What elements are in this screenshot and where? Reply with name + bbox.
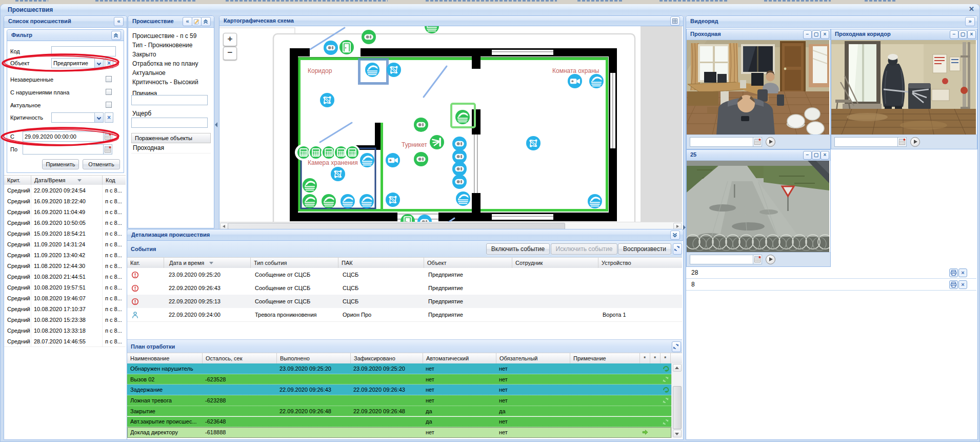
plan-action-icon[interactable]	[662, 408, 669, 415]
plan-vscroll-thumb[interactable]	[673, 386, 682, 429]
video2-calendar-icon[interactable]	[898, 137, 907, 147]
affected-object-row[interactable]: Проходная	[131, 143, 211, 153]
violations-checkbox[interactable]	[106, 89, 112, 95]
map-device-icon[interactable]	[359, 194, 374, 208]
code-input[interactable]	[51, 46, 116, 56]
incident-row[interactable]: Средний 10.08.2020 19:46:07 п с 8...	[4, 293, 126, 304]
event-row[interactable]: 22.09.2020 09:24:00 Тревога проникновени…	[127, 308, 682, 322]
video1-time-input[interactable]	[690, 137, 753, 147]
incident-row[interactable]: Средний 16.09.2020 10:50:05 п с 8...	[4, 217, 126, 228]
incidents-table-header[interactable]: Крит. Дата/Время Код	[4, 175, 126, 185]
video1-minimize-icon[interactable]: −	[803, 30, 812, 39]
map-device-icon[interactable]	[452, 162, 467, 176]
print-icon[interactable]	[949, 280, 958, 289]
map-device-icon[interactable]	[452, 175, 467, 189]
map-device-icon[interactable]	[365, 63, 379, 77]
video1-maximize-icon[interactable]: ▢	[812, 30, 821, 39]
video2-time-input[interactable]	[834, 137, 898, 147]
event-row[interactable]: 22.09.2020 09:25:13 Сообщение от СЦСБ СЦ…	[127, 295, 682, 309]
to-calendar-icon[interactable]	[104, 144, 112, 155]
plan-row[interactable]: Авт.закрытие происшес... -623648 да нет	[127, 417, 671, 428]
map-device-icon[interactable]	[568, 74, 582, 88]
zoom-in-button[interactable]: +	[223, 33, 237, 46]
map-device-icon[interactable]	[414, 118, 428, 132]
plan-row[interactable]: Задержание 22.09.2020 09:26:43 22.09.202…	[127, 385, 671, 395]
filter-collapse-icon[interactable]	[111, 31, 121, 40]
incident-row[interactable]: Средний 22.09.2020 09:24:54 п с 8...	[4, 185, 126, 196]
map-device-icon[interactable]	[362, 30, 376, 44]
events-table-header[interactable]: Кат. Дата и время Тип события ПАК Объект…	[127, 257, 682, 268]
from-calendar-icon[interactable]	[104, 131, 112, 142]
map-device-icon[interactable]	[452, 137, 467, 151]
damage-input[interactable]	[131, 118, 208, 128]
plan-refresh-icon[interactable]	[672, 341, 681, 352]
video3-minimize-icon[interactable]: −	[803, 151, 812, 160]
map-device-icon[interactable]	[588, 194, 602, 208]
incident-collapse-up-icon[interactable]	[201, 17, 211, 26]
to-date-input[interactable]	[23, 144, 104, 155]
close-icon[interactable]: ✕	[968, 6, 975, 13]
map-device-icon[interactable]	[339, 40, 354, 54]
print-icon[interactable]	[949, 268, 958, 277]
incident-row[interactable]: Средний 10.08.2020 19:57:51 п с 8...	[4, 282, 126, 293]
map-device-icon[interactable]	[346, 146, 358, 159]
exclude-event-button[interactable]: Исключить событие	[551, 243, 617, 255]
video2-play-button[interactable]	[910, 137, 920, 147]
video2-maximize-icon[interactable]: ▢	[958, 30, 967, 39]
remove-icon[interactable]: ×	[958, 268, 967, 277]
event-row[interactable]: 22.09.2020 09:26:43 Сообщение от СЦСБ СЦ…	[127, 281, 682, 295]
video3-close-icon[interactable]: ×	[821, 151, 829, 160]
map-device-icon[interactable]	[331, 167, 345, 181]
plan-row[interactable]: Доклад директору -618888 нет нет	[127, 427, 671, 438]
plan-row[interactable]: Закрытие 22.09.2020 09:26:48 22.09.2020 …	[127, 406, 671, 417]
remove-icon[interactable]: ×	[958, 280, 967, 289]
plan-vscrollbar[interactable]	[671, 363, 683, 438]
incident-row[interactable]: Средний 15.09.2020 18:54:21 п с 8...	[4, 228, 126, 239]
map-device-icon[interactable]	[303, 178, 317, 193]
include-event-button[interactable]: Включить событие	[486, 243, 550, 255]
map-device-icon[interactable]	[386, 153, 400, 167]
map-device-icon[interactable]	[310, 146, 322, 159]
incident-row[interactable]: Средний 16.09.2020 11:04:49 п с 8...	[4, 206, 126, 218]
map-device-icon[interactable]	[456, 191, 470, 206]
map-hscrollbar[interactable]	[219, 222, 682, 229]
map-device-icon[interactable]	[425, 26, 439, 33]
plan-row[interactable]: Вызов 02 -623528 нет нет	[127, 374, 671, 385]
plan-action-icon[interactable]	[662, 397, 669, 404]
plan-table-header[interactable]: Наименование Осталось, сек Выполнено Заф…	[127, 353, 682, 364]
collapse-left-icon[interactable]: «	[114, 17, 124, 26]
criticality-combo[interactable]	[51, 112, 95, 123]
map-device-icon[interactable]	[323, 146, 335, 159]
detail-collapse-down-icon[interactable]	[670, 230, 680, 240]
from-date-input[interactable]: 29.09.2020 00:00:00	[23, 131, 104, 142]
video-list-row[interactable]: 28 ×	[686, 267, 976, 279]
object-clear-button[interactable]: ×	[105, 58, 113, 68]
affected-objects-header[interactable]: Пораженные объекты	[131, 133, 211, 143]
map-device-icon[interactable]	[387, 63, 401, 77]
plan-action-icon[interactable]	[662, 376, 669, 383]
map-grid-icon[interactable]	[670, 16, 680, 26]
incident-row[interactable]: Средний 10.08.2020 13:33:18 п с 8...	[4, 325, 126, 336]
incident-row[interactable]: Средний 11.08.2020 12:44:30 п с 8...	[4, 260, 126, 272]
map-device-icon[interactable]	[322, 194, 336, 208]
plan-action-icon[interactable]	[662, 386, 669, 393]
video2-close-icon[interactable]: ×	[967, 30, 976, 39]
video-window-2-titlebar[interactable]: Проходная коридор − ▢ ×	[831, 29, 977, 40]
video-expand-icon[interactable]: »	[965, 17, 975, 26]
plan-action-icon[interactable]	[662, 418, 669, 426]
video-list-row[interactable]: 8 ×	[686, 279, 976, 291]
plan-action-icon[interactable]	[662, 365, 669, 372]
video3-time-input[interactable]	[690, 255, 753, 264]
apply-button[interactable]: Применить	[42, 159, 79, 169]
map-body[interactable]: Коридор Комната охраны Турникет Камера х…	[219, 26, 682, 222]
video2-minimize-icon[interactable]: −	[950, 30, 958, 39]
unfinished-checkbox[interactable]	[106, 76, 112, 82]
map-device-icon[interactable]	[297, 146, 310, 159]
video3-maximize-icon[interactable]: ▢	[812, 151, 821, 160]
map-device-icon[interactable]	[303, 194, 317, 208]
incident-row[interactable]: Средний 10.08.2020 21:44:51 п с 8...	[4, 271, 126, 282]
map-device-icon[interactable]	[341, 194, 355, 208]
map-device-icon[interactable]	[430, 135, 444, 149]
incident-edit-icon[interactable]	[192, 17, 202, 26]
window-titlebar[interactable]: Происшествия ✕	[1, 4, 979, 15]
